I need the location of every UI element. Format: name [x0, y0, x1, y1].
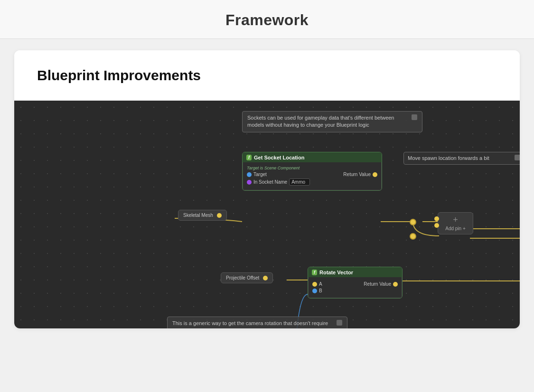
pin-row-rotate-a: A Return Value: [312, 281, 398, 287]
reroute-top-2: [410, 233, 416, 240]
pin-left-a: A: [312, 281, 322, 287]
node-get-socket-body: Target is Scene Component Target Return …: [243, 162, 382, 190]
node-get-socket-header: f Get Socket Location: [243, 152, 382, 162]
page-title: Framework: [0, 11, 534, 29]
add-pin-dots: [434, 216, 439, 228]
comment-move-spawn-text: Move spawn location forwards a bit: [408, 155, 489, 161]
comment-camera-text: This is a generic way to get the camera …: [172, 320, 328, 328]
add-pin-label[interactable]: Add pin +: [445, 226, 466, 231]
projectile-offset-label: Projectile Offset: [226, 275, 259, 280]
pin-label-socket: In Socket Name: [253, 179, 287, 185]
node-get-socket-title: Get Socket Location: [254, 155, 304, 160]
node-rotate-vector-title: Rotate Vector: [319, 270, 353, 275]
func-icon-rotate: f: [312, 270, 317, 275]
main-card: Blueprint Improvements: [14, 50, 520, 328]
comment-sockets: Sockets can be used for gameplay data th…: [242, 111, 422, 132]
node-rotate-vector[interactable]: f Rotate Vector A Return Value: [308, 267, 403, 299]
pin-label-return: Return Value: [343, 172, 371, 177]
page-header: Framework: [0, 0, 534, 39]
pin-left-b: B: [312, 288, 322, 293]
comment-sockets-text: Sockets can be used for gameplay data th…: [247, 115, 394, 128]
comment-handle-sockets[interactable]: [412, 114, 417, 120]
node-get-socket-subtitle: Target is Scene Component: [247, 166, 377, 170]
add-pin-dot-2: [434, 223, 439, 228]
pin-row-socket-name: In Socket Name: [247, 178, 377, 186]
pin-dot-a: [312, 282, 317, 287]
add-pin-dot-1: [434, 216, 439, 221]
comment-move-spawn: Move spawn location forwards a bit: [403, 152, 520, 165]
pin-left-socket: In Socket Name: [247, 178, 310, 186]
pin-input-socket-value[interactable]: [289, 178, 310, 186]
projectile-offset-pin: [263, 276, 268, 280]
pin-dot-socket: [247, 180, 252, 185]
pin-right-rotate-return: Return Value: [364, 281, 398, 287]
blueprint-canvas: Sockets can be used for gameplay data th…: [14, 101, 520, 328]
node-projectile-offset[interactable]: Projectile Offset: [221, 272, 273, 283]
pin-left-target: Target: [247, 172, 267, 177]
pin-label-b: B: [319, 288, 322, 293]
skeletal-mesh-pin: [217, 213, 222, 218]
pin-dot-rotate-return: [393, 282, 398, 287]
pin-dot-target: [247, 172, 252, 177]
pin-row-rotate-b: B: [312, 288, 398, 293]
pin-label-target: Target: [253, 172, 267, 177]
pin-label-rotate-return: Return Value: [364, 281, 391, 287]
section-title: Blueprint Improvements: [37, 67, 497, 84]
reroute-top-1: [410, 219, 416, 225]
comment-camera: This is a generic way to get the camera …: [167, 317, 347, 328]
pin-right-return: Return Value: [343, 172, 377, 177]
comment-handle-camera[interactable]: [337, 320, 342, 326]
node-rotate-vector-header: f Rotate Vector: [308, 267, 402, 277]
node-get-socket-location[interactable]: f Get Socket Location Target is Scene Co…: [242, 152, 382, 191]
node-rotate-vector-body: A Return Value B: [308, 277, 402, 298]
node-add-pin[interactable]: + Add pin +: [438, 212, 473, 234]
comment-handle-spawn[interactable]: [515, 155, 520, 160]
pin-dot-return: [373, 172, 377, 177]
card-header: Blueprint Improvements: [14, 50, 520, 101]
func-icon-socket: f: [246, 155, 252, 160]
skeletal-mesh-label: Skeletal Mesh: [183, 213, 213, 218]
add-pin-plus-icon: +: [453, 215, 458, 224]
pin-label-a: A: [319, 281, 322, 287]
node-skeletal-mesh[interactable]: Skeletal Mesh: [178, 210, 227, 221]
pin-dot-b: [312, 289, 317, 293]
pin-row-target: Target Return Value: [247, 172, 377, 177]
